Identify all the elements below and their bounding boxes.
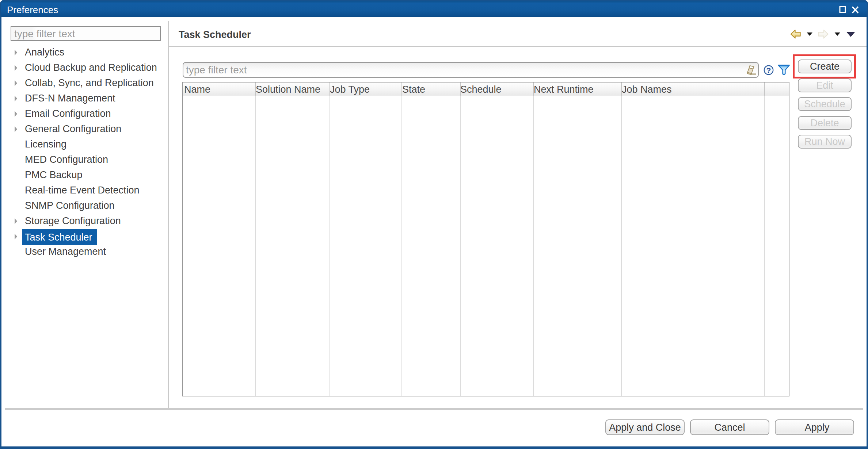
svg-text:?: ? bbox=[766, 66, 771, 74]
